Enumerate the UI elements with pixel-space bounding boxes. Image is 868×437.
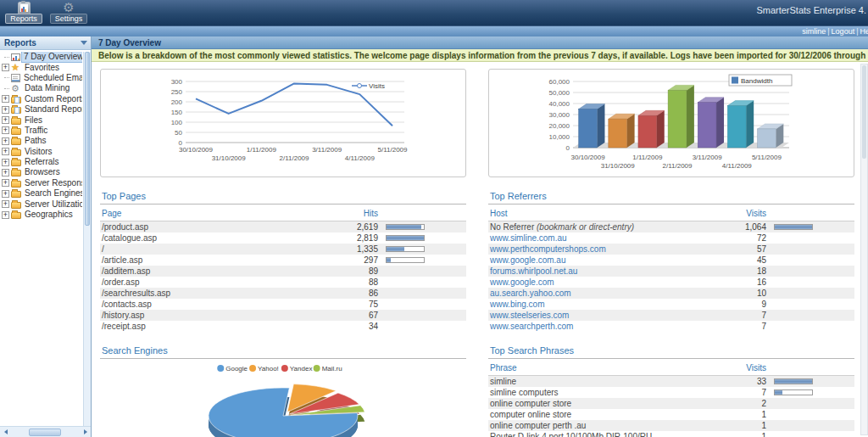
svg-text:30/10/2009: 30/10/2009 — [179, 146, 214, 154]
expand-plus-icon[interactable]: + — [2, 64, 9, 71]
table-row: forums.whirlpool.net.au18 — [488, 266, 854, 277]
expand-plus-icon[interactable]: + — [2, 200, 9, 208]
sidebar-item-label: Scheduled Email Reports — [22, 73, 82, 83]
row-value: 67 — [327, 311, 378, 320]
sidebar-item-search-engines[interactable]: +Search Engines — [2, 188, 82, 199]
expand-plus-icon[interactable]: + — [2, 116, 9, 124]
row-label: /article.asp — [100, 255, 327, 265]
expand-plus-icon[interactable]: + — [2, 126, 9, 134]
row-label: /product.asp — [100, 222, 327, 232]
svg-text:250: 250 — [171, 88, 183, 96]
sidebar-item-browsers[interactable]: +Browsers — [2, 167, 82, 177]
row-label: /contacts.asp — [100, 300, 327, 309]
row-value: 2,819 — [327, 233, 378, 243]
shell: Reports 7 Day Overview+FavoritesSchedule… — [0, 36, 868, 437]
value-gauge — [386, 246, 425, 252]
scrollbar-thumb[interactable] — [85, 52, 90, 226]
scroll-left-arrow-icon[interactable] — [0, 427, 11, 437]
tab-settings[interactable]: ⚙ Settings — [47, 0, 90, 25]
content-scrollbar[interactable] — [860, 64, 868, 435]
sidebar-item-label: Traffic — [23, 126, 49, 136]
table-row: Router D-link 4 port 10/100Mb DIR-100/RU… — [488, 431, 854, 437]
scroll-right-arrow-icon[interactable] — [80, 427, 91, 437]
expand-plus-icon[interactable]: + — [2, 159, 9, 166]
host-link[interactable]: www.simline.com.au — [488, 233, 715, 243]
sidebar-item-server-utilization[interactable]: +Server Utilization — [2, 199, 82, 209]
app-window: Reports ⚙ Settings SmarterStats Enterpri… — [0, 0, 868, 437]
host-link[interactable]: www.perthcomputershops.com — [488, 244, 715, 254]
report-folder-icon — [11, 107, 21, 114]
column-header: Host — [488, 209, 715, 218]
scrollbar-thumb[interactable] — [862, 65, 866, 159]
svg-text:300: 300 — [171, 78, 183, 86]
sidebar-item-traffic[interactable]: +Traffic — [2, 126, 82, 136]
host-link[interactable]: www.bing.com — [488, 300, 715, 309]
row-label: /catalogue.asp — [100, 233, 327, 243]
nav-tabs: Reports ⚙ Settings — [0, 0, 90, 25]
expand-plus-icon[interactable]: + — [2, 137, 9, 145]
visits-chart-panel: 05010015020025030030/10/200931/10/20091/… — [100, 69, 466, 177]
host-link[interactable]: www.google.com.au — [488, 255, 715, 265]
sidebar-item-geographics[interactable]: +Geographics — [2, 210, 82, 220]
svg-text:1/11/2009: 1/11/2009 — [247, 146, 277, 154]
sidebar-item-data-mining[interactable]: Data Mining — [2, 83, 82, 93]
separator: | — [856, 27, 858, 36]
sidebar-item-label: Paths — [23, 136, 48, 146]
host-link[interactable]: www.searchperth.com — [488, 322, 715, 331]
sidebar-item-paths[interactable]: +Paths — [2, 136, 82, 146]
sidebar-item-custom-reports[interactable]: +Custom Reports — [2, 94, 82, 104]
logout-link[interactable]: Logout — [832, 27, 855, 36]
expand-plus-icon[interactable]: + — [2, 179, 9, 187]
row-value: 297 — [327, 255, 378, 265]
svg-text:Mail.ru: Mail.ru — [322, 365, 342, 373]
table-row: /product.asp2,619 — [100, 221, 466, 233]
sidebar-item-files[interactable]: +Files — [2, 115, 82, 125]
sidebar: Reports 7 Day Overview+FavoritesSchedule… — [0, 36, 92, 437]
sidebar-horizontal-scrollbar[interactable] — [0, 426, 91, 437]
sidebar-item-standard-reports[interactable]: +Standard Reports — [2, 104, 82, 115]
value-gauge — [774, 389, 813, 395]
row-label: /receipt.asp — [100, 322, 327, 331]
row-gauge-cell — [378, 257, 466, 263]
row-label: /additem.asp — [100, 266, 327, 276]
expand-plus-icon[interactable]: + — [2, 106, 9, 114]
expand-plus-icon[interactable]: + — [2, 95, 9, 103]
bandwidth-bar-chart: 010,00020,00030,00040,00050,00060,00030/… — [539, 70, 804, 176]
scrollbar-thumb[interactable] — [29, 429, 61, 436]
top-referrers-section: Top Referrers HostVisits No Referrer (bo… — [488, 191, 854, 332]
collapse-arrow-icon[interactable] — [81, 41, 87, 45]
user-bar: simline|Logout|Help — [0, 25, 868, 36]
sidebar-item-7-day-overview[interactable]: 7 Day Overview — [2, 52, 82, 62]
tab-reports[interactable]: Reports — [3, 0, 45, 25]
sidebar-item-favorites[interactable]: +Favorites — [2, 62, 82, 72]
table-row: au.search.yahoo.com10 — [488, 288, 854, 299]
scrollbar-track[interactable] — [11, 429, 80, 436]
host-link[interactable]: www.steelseries.com — [488, 311, 715, 320]
expand-plus-icon[interactable]: + — [2, 169, 9, 176]
host-link[interactable]: www.google.com — [488, 277, 715, 287]
sidebar-item-server-responses[interactable]: +Server Responses — [2, 178, 82, 188]
search-engines-section: Search Engines GoogleYahoo!YandexMail.ru — [100, 345, 466, 437]
sidebar-item-visitors[interactable]: +Visitors — [2, 147, 82, 157]
expand-plus-icon[interactable]: + — [2, 148, 9, 155]
folder-icon — [11, 149, 21, 156]
sidebar-item-label: Search Engines — [23, 188, 82, 199]
sidebar-vertical-scrollbar[interactable] — [83, 52, 91, 426]
folder-icon — [11, 128, 21, 135]
sidebar-item-scheduled-email-reports[interactable]: Scheduled Email Reports — [2, 73, 82, 83]
sidebar-item-referrals[interactable]: +Referrals — [2, 157, 82, 167]
host-link[interactable]: forums.whirlpool.net.au — [488, 266, 715, 276]
expand-plus-icon[interactable]: + — [2, 190, 9, 198]
top-search-phrases-section: Top Search Phrases PhraseVisits simline3… — [488, 345, 854, 437]
sidebar-header[interactable]: Reports — [0, 36, 91, 50]
overview-icon — [11, 53, 20, 61]
help-link[interactable]: Help — [860, 27, 868, 36]
row-value: 1 — [715, 410, 766, 419]
username-link[interactable]: simline — [802, 27, 826, 36]
tree-branch — [4, 88, 9, 89]
host-link[interactable]: au.search.yahoo.com — [488, 289, 715, 298]
svg-text:3/11/2009: 3/11/2009 — [312, 146, 342, 154]
sidebar-item-label: Favorites — [23, 63, 61, 73]
expand-plus-icon[interactable]: + — [2, 211, 9, 219]
column-header: Page — [100, 209, 327, 218]
